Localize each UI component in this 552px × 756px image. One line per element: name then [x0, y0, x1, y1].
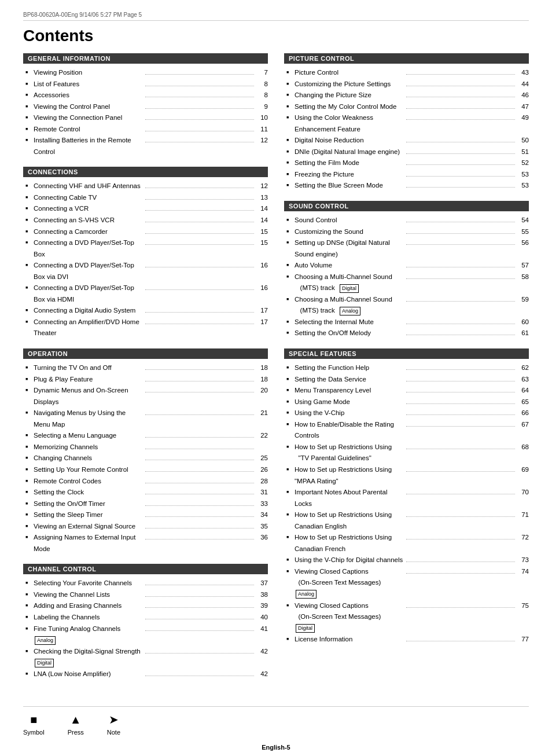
- page-header: BP68-00620A-00Eng 9/14/06 5:27 PM Page 5: [23, 12, 529, 21]
- section-channel: CHANNEL CONTROL Selecting Your Favorite …: [23, 564, 268, 680]
- section-header-special: SPECIAL FEATURES: [284, 348, 529, 359]
- note-label-group: ➤ Note: [107, 713, 120, 736]
- list-item: Turning the TV On and Off18: [25, 362, 268, 374]
- list-item: Connecting a Digital Audio System17: [25, 305, 268, 317]
- section-items-special: Setting the Function Help62 Setting the …: [284, 362, 529, 645]
- list-item: Setting the Data Service63: [286, 374, 529, 386]
- list-item: Accessories8: [25, 90, 268, 101]
- list-item: LNA (Low Noise Amplifier)42: [25, 669, 268, 680]
- note-icon: ➤: [109, 713, 119, 726]
- list-item: How to Set up Restrictions Using "MPAA R…: [286, 464, 529, 487]
- section-picture: PICTURE CONTROL Picture Control43 Custom…: [284, 53, 529, 192]
- list-item: Connecting a DVD Player/Set-Top Box via …: [25, 282, 268, 305]
- list-item: DNIe (Digital Natural Image engine)51: [286, 146, 529, 158]
- press-icon: ▲: [70, 713, 82, 726]
- section-general: GENERAL INFORMATION Viewing Position7 Li…: [23, 53, 268, 157]
- section-items-channel: Selecting Your Favorite Channels37 Viewi…: [23, 578, 268, 680]
- list-item: Auto Volume57: [286, 260, 529, 271]
- section-header-channel: CHANNEL CONTROL: [23, 564, 268, 574]
- badge-analog-3: Analog: [296, 590, 317, 599]
- list-item: Viewing the Channel Lists38: [25, 589, 268, 601]
- list-item: Setting the Film Mode52: [286, 157, 529, 169]
- list-item: Connecting a Camcorder15: [25, 226, 268, 238]
- list-item: Memorizing Channels: [25, 442, 268, 453]
- list-item: Selecting a Menu Language22: [25, 430, 268, 442]
- list-item: Setting the On/Off Timer33: [25, 498, 268, 510]
- list-item: Setting the Blue Screen Mode53: [286, 180, 529, 192]
- list-item: Setting the My Color Control Mode47: [286, 101, 529, 113]
- footer: ■ Symbol ▲ Press ➤ Note: [23, 706, 529, 736]
- list-item: Setting the On/Off Melody61: [286, 328, 529, 339]
- list-item: Assigning Names to External Input Mode36: [25, 532, 268, 555]
- list-item: Checking the Digital-Signal Strength Dig…: [25, 646, 268, 669]
- list-item: Connecting an Amplifier/DVD Home Theater…: [25, 317, 268, 339]
- list-item: Connecting a DVD Player/Set-Top Box15: [25, 237, 268, 260]
- symbol-label: Symbol: [23, 729, 45, 736]
- list-item: Fine Tuning Analog Channels Analog41: [25, 623, 268, 646]
- list-item: Choosing a Multi-Channel Sound (MTS) tra…: [286, 294, 529, 317]
- symbol-label-group: ■ Symbol: [23, 713, 45, 736]
- section-header-operation: OPERATION: [23, 348, 268, 359]
- list-item: Changing the Picture Size46: [286, 90, 529, 101]
- section-items-connections: Connecting VHF and UHF Antennas12 Connec…: [23, 181, 268, 339]
- list-item: Remote Control Codes28: [25, 476, 268, 487]
- section-header-general: GENERAL INFORMATION: [23, 53, 268, 64]
- list-item: How to Set up Restrictions Using "TV Par…: [286, 442, 529, 464]
- list-item: Important Notes About Parental Locks70: [286, 487, 529, 509]
- list-item: Viewing Closed Captions (On-Screen Text …: [286, 566, 529, 600]
- list-item: Setting Up Your Remote Control26: [25, 464, 268, 476]
- list-item: Freezing the Picture53: [286, 169, 529, 181]
- list-item: Customizing the Sound55: [286, 226, 529, 238]
- list-item: Remote Control11: [25, 124, 268, 135]
- list-item: Customizing the Picture Settings44: [286, 79, 529, 90]
- section-items-general: Viewing Position7 List of Features8 Acce…: [23, 67, 268, 157]
- list-item: Sound Control54: [286, 215, 529, 226]
- section-header-picture: PICTURE CONTROL: [284, 53, 529, 64]
- list-item: Adding and Erasing Channels39: [25, 600, 268, 612]
- left-column: GENERAL INFORMATION Viewing Position7 Li…: [23, 53, 268, 689]
- list-item: List of Features8: [25, 79, 268, 90]
- list-item: Installing Batteries in the Remote Contr…: [25, 135, 268, 157]
- badge-digital-2: Digital: [340, 284, 359, 293]
- list-item: Viewing an External Signal Source35: [25, 521, 268, 533]
- badge-analog: Analog: [35, 636, 56, 645]
- list-item: Using the V-Chip66: [286, 408, 529, 419]
- footer-symbols: ■ Symbol ▲ Press ➤ Note: [23, 713, 120, 736]
- page-title: Contents: [23, 27, 529, 45]
- list-item: Using Game Mode65: [286, 397, 529, 408]
- list-item: Connecting a DVD Player/Set-Top Box via …: [25, 260, 268, 282]
- list-item: Connecting VHF and UHF Antennas12: [25, 181, 268, 192]
- press-label: Press: [68, 729, 84, 736]
- list-item: Picture Control43: [286, 67, 529, 79]
- right-column: PICTURE CONTROL Picture Control43 Custom…: [284, 53, 529, 689]
- list-item: Using the V-Chip for Digital channels73: [286, 555, 529, 566]
- list-item: Changing Channels25: [25, 453, 268, 464]
- list-item: Setting the Clock31: [25, 487, 268, 498]
- section-sound: SOUND CONTROL Sound Control54 Customizin…: [284, 201, 529, 339]
- contents-layout: GENERAL INFORMATION Viewing Position7 Li…: [23, 53, 529, 689]
- badge-digital: Digital: [35, 659, 54, 667]
- section-connections: CONNECTIONS Connecting VHF and UHF Anten…: [23, 167, 268, 339]
- section-header-connections: CONNECTIONS: [23, 167, 268, 177]
- list-item: Viewing the Connection Panel10: [25, 112, 268, 124]
- section-items-sound: Sound Control54 Customizing the Sound55 …: [284, 215, 529, 339]
- section-items-operation: Turning the TV On and Off18 Plug & Play …: [23, 362, 268, 555]
- section-items-picture: Picture Control43 Customizing the Pictur…: [284, 67, 529, 192]
- badge-analog-2: Analog: [340, 307, 360, 315]
- list-item: How to Enable/Disable the Rating Control…: [286, 419, 529, 442]
- section-header-sound: SOUND CONTROL: [284, 201, 529, 211]
- list-item: How to Set up Restrictions Using Canadia…: [286, 509, 529, 532]
- list-item: Setting the Function Help62: [286, 362, 529, 374]
- section-special: SPECIAL FEATURES Setting the Function He…: [284, 348, 529, 645]
- list-item: Connecting Cable TV13: [25, 192, 268, 204]
- section-operation: OPERATION Turning the TV On and Off18 Pl…: [23, 348, 268, 555]
- list-item: Connecting an S-VHS VCR14: [25, 215, 268, 226]
- list-item: Setting the Sleep Timer34: [25, 509, 268, 521]
- symbol-icon: ■: [30, 713, 37, 726]
- page-bottom: English-5: [23, 744, 529, 751]
- list-item: Choosing a Multi-Channel Sound (MTS) tra…: [286, 271, 529, 294]
- list-item: Viewing Position7: [25, 67, 268, 79]
- list-item: Selecting Your Favorite Channels37: [25, 578, 268, 589]
- list-item: Digital Noise Reduction50: [286, 135, 529, 146]
- list-item: Using the Color Weakness Enhancement Fea…: [286, 112, 529, 135]
